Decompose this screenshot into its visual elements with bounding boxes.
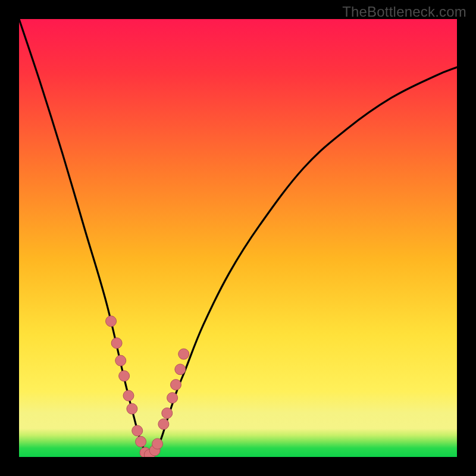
sample-marker (152, 439, 163, 449)
sample-marker (158, 419, 169, 430)
sample-marker (106, 316, 117, 327)
sample-marker (127, 403, 137, 414)
sample-marker (178, 349, 189, 359)
chart-frame: TheBottleneck.com (0, 0, 476, 476)
sample-marker (132, 425, 143, 436)
curve-layer (19, 19, 457, 457)
sample-marker (115, 355, 126, 366)
sample-marker (119, 371, 130, 381)
watermark-text: TheBottleneck.com (342, 4, 466, 20)
sample-marker (136, 436, 146, 447)
sample-marker (123, 390, 134, 401)
sample-marker (170, 380, 181, 390)
sample-markers (106, 316, 189, 457)
bottleneck-curve (19, 19, 457, 457)
sample-marker (162, 408, 173, 418)
sample-marker (167, 393, 178, 403)
sample-marker (111, 338, 122, 349)
plot-area (19, 19, 457, 457)
sample-marker (175, 364, 186, 375)
